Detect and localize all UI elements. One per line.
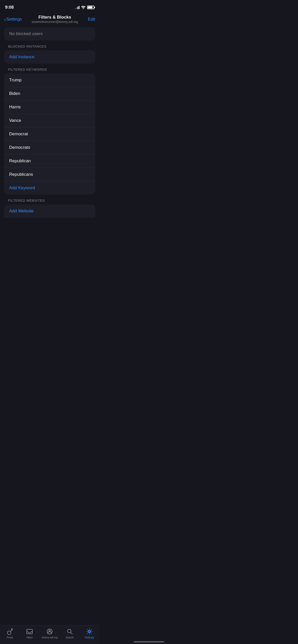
add-keyword-button[interactable]: Add Keyword <box>4 181 95 195</box>
blocked-instances-header: BLOCKED INSTANCES <box>0 40 99 50</box>
keyword-item-republicans[interactable]: Republicans <box>4 168 95 181</box>
keyword-item-democrat[interactable]: Democrat <box>4 127 95 141</box>
keyword-item-trump[interactable]: Trump <box>4 74 95 87</box>
filtered-keywords-card: Trump Biden Harris Vance Democrat Democr… <box>4 74 95 195</box>
nav-title-block: Filters & Blocks slowmotionrunner@lemmy.… <box>24 15 85 24</box>
main-content: No blocked users BLOCKED INSTANCES Add I… <box>0 27 99 241</box>
blocked-instances-card: Add Instance <box>4 50 95 64</box>
filtered-keywords-header: FILTERED KEYWORDS <box>0 64 99 74</box>
filtered-websites-header: FILTERED WEBSITES <box>0 195 99 204</box>
back-button[interactable]: ‹ Settings <box>4 17 24 22</box>
chevron-left-icon: ‹ <box>4 17 6 22</box>
wifi-icon <box>81 6 86 9</box>
status-icons <box>75 6 94 9</box>
keyword-item-harris[interactable]: Harris <box>4 100 95 114</box>
nav-header: ‹ Settings Filters & Blocks slowmotionru… <box>0 13 99 25</box>
status-time: 9:08 <box>5 5 14 10</box>
keyword-item-vance[interactable]: Vance <box>4 114 95 127</box>
add-instance-button[interactable]: Add Instance <box>4 50 95 64</box>
keyword-item-republican[interactable]: Republican <box>4 154 95 168</box>
keyword-item-democrats[interactable]: Democrats <box>4 141 95 154</box>
status-bar: 9:08 <box>0 0 99 13</box>
no-blocked-users-label: No blocked users <box>9 31 43 36</box>
battery-icon <box>87 6 94 9</box>
page-subtitle: slowmotionrunner@lemmy.sdf.org <box>24 20 85 24</box>
keyword-item-biden[interactable]: Biden <box>4 87 95 100</box>
edit-button[interactable]: Edit <box>85 17 95 22</box>
filtered-websites-card: Add Website <box>4 204 95 218</box>
back-label: Settings <box>6 17 22 22</box>
add-website-button[interactable]: Add Website <box>4 204 95 218</box>
page-title: Filters & Blocks <box>24 15 85 20</box>
svg-point-0 <box>83 8 84 9</box>
signal-icon <box>75 6 79 9</box>
no-blocked-users-card: No blocked users <box>4 27 95 40</box>
